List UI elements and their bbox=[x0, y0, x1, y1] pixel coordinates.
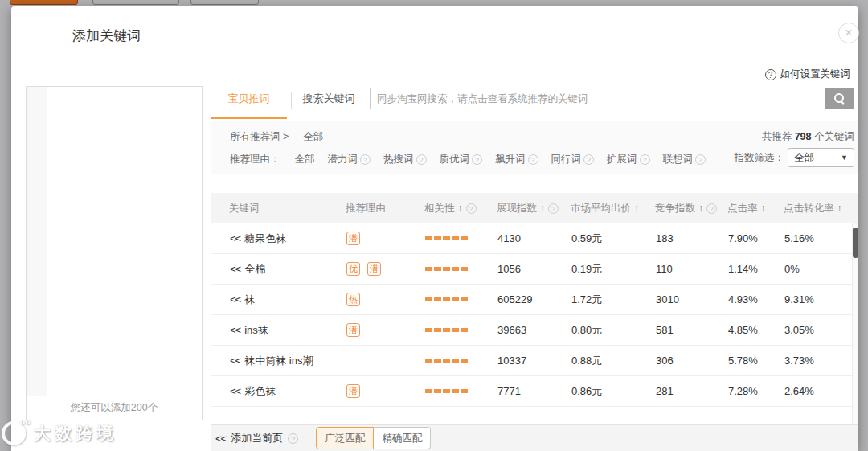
breadcrumb-value[interactable]: 全部 bbox=[303, 130, 323, 144]
column-label: 点击率 bbox=[727, 202, 758, 215]
table-row: <<彩色袜潜77710.86元2817.28%2.64% bbox=[211, 376, 858, 407]
filter-option[interactable]: 扩展词? bbox=[607, 153, 650, 166]
filter-option-label: 同行词 bbox=[551, 153, 582, 166]
filter-option-label: 扩展词 bbox=[607, 153, 637, 166]
relevance-bar bbox=[452, 297, 459, 301]
help-icon[interactable]: ? bbox=[548, 203, 559, 214]
relevance-bar bbox=[443, 267, 450, 271]
total-keywords-count: 共推荐 798 个关键词 bbox=[762, 130, 854, 144]
dialog-title: 添加关键词 bbox=[72, 27, 141, 45]
search-button[interactable] bbox=[825, 88, 854, 109]
relevance-bar bbox=[434, 297, 441, 301]
help-icon[interactable]: ? bbox=[416, 154, 427, 165]
keyword-add-cell[interactable]: <<糖果色袜 bbox=[230, 232, 346, 246]
help-icon[interactable]: ? bbox=[706, 203, 717, 214]
competition-index-cell: 581 bbox=[656, 324, 728, 336]
help-icon[interactable]: ? bbox=[583, 154, 594, 165]
help-icon[interactable]: ? bbox=[466, 203, 477, 214]
index-filter-dropdown[interactable]: 全部 ▼ bbox=[788, 148, 854, 167]
add-current-page-button[interactable]: << 添加当前页 ? bbox=[215, 431, 298, 445]
avg-price-cell: 0.86元 bbox=[571, 384, 656, 399]
filter-option[interactable]: 全部 bbox=[295, 153, 315, 166]
ctr-cell: 7.90% bbox=[728, 232, 784, 244]
add-chevrons-icon: << bbox=[230, 355, 240, 367]
avg-price-cell: 0.88元 bbox=[571, 354, 656, 368]
match-button-精确匹配[interactable]: 精确匹配 bbox=[374, 427, 431, 449]
relevance-bar bbox=[434, 236, 441, 240]
scrollbar-thumb[interactable] bbox=[853, 228, 858, 258]
relevance-bar bbox=[461, 389, 468, 393]
ctr-cell: 4.85% bbox=[728, 324, 784, 336]
tab-search-keywords[interactable]: 搜索关键词 bbox=[297, 86, 360, 117]
filter-option[interactable]: 联想词? bbox=[663, 153, 706, 166]
help-icon[interactable]: ? bbox=[360, 154, 371, 165]
table-row: <<ins袜潜396630.80元5814.85%3.05% bbox=[211, 315, 858, 346]
sort-icon[interactable]: ↑ bbox=[698, 203, 703, 214]
column-header-相关性[interactable]: 相关性↑? bbox=[424, 202, 497, 215]
scrollbar-track[interactable] bbox=[852, 223, 858, 424]
selected-keywords-panel: 您还可以添加200个 bbox=[26, 86, 203, 420]
how-to-set-keywords-link[interactable]: ? 如何设置关键词 bbox=[765, 68, 851, 81]
filter-option[interactable]: 热搜词? bbox=[383, 153, 427, 166]
table-row: <<袜中筒袜 ins潮103370.88元3065.78%3.73% bbox=[211, 346, 858, 376]
reason-badge-潜: 潜 bbox=[346, 384, 360, 398]
relevance-bar bbox=[452, 328, 459, 332]
keyword-add-cell[interactable]: <<袜 bbox=[230, 293, 346, 307]
relevance-bar bbox=[452, 236, 459, 240]
keyword-add-cell[interactable]: <<全棉 bbox=[230, 262, 346, 277]
relevance-bar bbox=[425, 267, 432, 271]
help-icon[interactable]: ? bbox=[640, 154, 650, 165]
keyword-search-input[interactable] bbox=[370, 88, 825, 109]
column-header-市场平均出价[interactable]: 市场平均出价↑ bbox=[571, 202, 655, 215]
match-button-广泛匹配[interactable]: 广泛匹配 bbox=[316, 427, 374, 449]
keyword-add-cell[interactable]: <<ins袜 bbox=[230, 323, 346, 338]
reason-badge-优: 优 bbox=[346, 262, 360, 276]
keyword-add-cell[interactable]: <<彩色袜 bbox=[230, 384, 346, 399]
keyword-add-cell[interactable]: <<袜中筒袜 ins潮 bbox=[230, 354, 346, 368]
relevance-bar bbox=[443, 389, 450, 393]
reason-filter-row: 推荐理由： 全部潜力词?热搜词?质优词?飙升词?同行词?扩展词?联想词? bbox=[230, 153, 719, 166]
sort-icon[interactable]: ↑ bbox=[837, 203, 842, 214]
impression-index-cell: 39663 bbox=[497, 324, 571, 336]
cvr-cell: 2.64% bbox=[784, 385, 854, 397]
help-icon[interactable]: ? bbox=[528, 154, 538, 165]
background-button-2[interactable] bbox=[92, 0, 179, 5]
avg-price-cell: 0.59元 bbox=[571, 232, 656, 246]
tab-item-recommend[interactable]: 宝贝推词 bbox=[211, 86, 287, 117]
help-icon[interactable]: ? bbox=[695, 154, 706, 165]
relevance-bar bbox=[461, 328, 468, 332]
filter-option[interactable]: 同行词? bbox=[551, 153, 595, 166]
filter-option[interactable]: 潜力词? bbox=[328, 153, 371, 166]
sort-icon[interactable]: ↑ bbox=[458, 203, 463, 214]
add-chevrons-icon: << bbox=[230, 324, 240, 336]
table-header: 关键词推荐理由相关性↑?展现指数↑?市场平均出价↑竞争指数↑?点击率↑点击转化率… bbox=[211, 193, 858, 223]
breadcrumb: 所有推荐词 > 全部 bbox=[230, 130, 323, 144]
help-icon[interactable]: ? bbox=[472, 154, 482, 165]
keyword-text: ins袜 bbox=[244, 323, 268, 338]
add-chevrons-icon: << bbox=[230, 385, 240, 397]
sort-icon[interactable]: ↑ bbox=[540, 203, 545, 214]
chevron-down-icon: ▼ bbox=[841, 154, 848, 162]
column-header-竞争指数[interactable]: 竞争指数↑? bbox=[655, 202, 727, 215]
column-label: 关键词 bbox=[229, 202, 260, 215]
filter-panel: 所有推荐词 > 全部 推荐理由： 全部潜力词?热搜词?质优词?飙升词?同行词?扩… bbox=[211, 121, 858, 174]
background-button-3[interactable] bbox=[190, 0, 259, 5]
background-primary-button[interactable] bbox=[10, 0, 78, 5]
reason-badges-cell: 潜 bbox=[346, 323, 425, 337]
close-button[interactable]: × bbox=[838, 23, 859, 43]
sort-icon[interactable]: ↑ bbox=[761, 203, 766, 214]
relevance-bar bbox=[443, 328, 450, 332]
relevance-bar bbox=[425, 389, 432, 393]
column-header-展现指数[interactable]: 展现指数↑? bbox=[497, 202, 571, 215]
keyword-text: 袜中筒袜 ins潮 bbox=[244, 354, 313, 368]
column-header-点击率[interactable]: 点击率↑ bbox=[727, 202, 784, 215]
filter-option[interactable]: 飙升词? bbox=[495, 153, 538, 166]
sort-icon[interactable]: ↑ bbox=[634, 203, 639, 214]
relevance-bars bbox=[425, 328, 468, 332]
help-icon[interactable]: ? bbox=[288, 433, 298, 444]
add-chevrons-icon: << bbox=[230, 263, 240, 275]
column-header-点击转化率[interactable]: 点击转化率↑ bbox=[784, 202, 853, 215]
filter-option[interactable]: 质优词? bbox=[440, 153, 483, 166]
relevance-bars bbox=[425, 359, 468, 363]
competition-index-cell: 281 bbox=[656, 385, 728, 397]
